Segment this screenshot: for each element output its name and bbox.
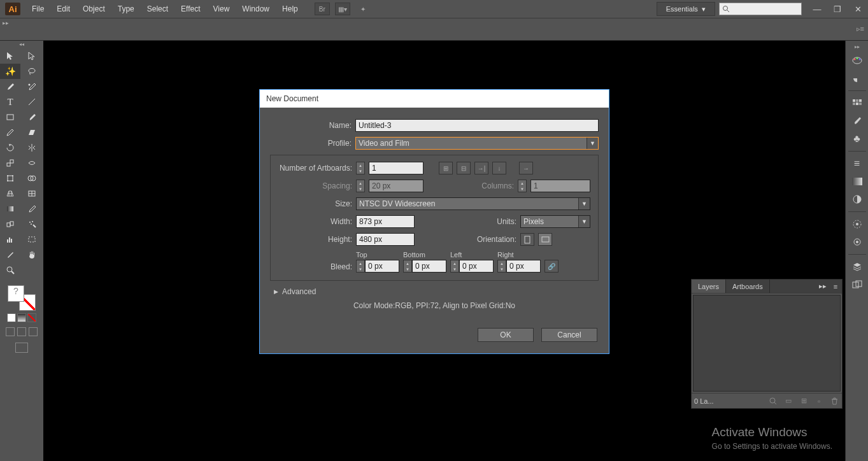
symbols-panel-icon[interactable]: ♣ xyxy=(848,131,866,147)
width-tool-icon[interactable] xyxy=(22,155,42,171)
stroke-panel-icon[interactable]: ≡ xyxy=(848,155,866,172)
bleed-bottom-stepper[interactable]: ▲▼ xyxy=(403,260,412,273)
graph-tool-icon[interactable] xyxy=(0,232,20,247)
lasso-tool-icon[interactable] xyxy=(22,64,42,79)
menu-file[interactable]: File xyxy=(25,0,50,18)
symbol-sprayer-tool-icon[interactable] xyxy=(22,216,42,232)
artboard-tool-icon[interactable] xyxy=(22,232,42,247)
landscape-icon[interactable] xyxy=(538,233,552,246)
new-sublayer-icon[interactable]: ⊞ xyxy=(799,396,809,406)
bleed-top-stepper[interactable]: ▲▼ xyxy=(356,260,365,273)
menu-effect[interactable]: Effect xyxy=(174,0,206,18)
link-bleed-icon[interactable]: 🔗 xyxy=(544,260,559,273)
menu-help[interactable]: Help xyxy=(276,0,304,18)
screen-mode-3-icon[interactable] xyxy=(29,327,38,336)
grid-by-row-icon[interactable]: ⊞ xyxy=(439,162,453,174)
rtl-icon[interactable]: → xyxy=(519,162,533,174)
rectangle-tool-icon[interactable] xyxy=(0,110,20,125)
pen-tool-icon[interactable] xyxy=(0,79,20,94)
mesh-tool-icon[interactable] xyxy=(22,186,42,201)
portrait-icon[interactable] xyxy=(520,233,534,246)
panel-expand-icon[interactable]: ▸▸ xyxy=(816,280,829,293)
magic-wand-tool-icon[interactable]: ✨ xyxy=(0,64,20,79)
width-input[interactable] xyxy=(356,215,415,228)
bleed-left-stepper[interactable]: ▲▼ xyxy=(450,260,459,273)
menu-type[interactable]: Type xyxy=(111,0,141,18)
units-select[interactable]: Pixels▼ xyxy=(520,215,590,228)
height-input[interactable] xyxy=(356,233,415,246)
artboards-input[interactable] xyxy=(369,162,423,174)
arrange-col-icon[interactable]: ↓ xyxy=(492,162,506,174)
blend-tool-icon[interactable] xyxy=(0,216,20,232)
type-tool-icon[interactable]: T xyxy=(0,94,20,110)
pencil-tool-icon[interactable] xyxy=(0,125,20,140)
screen-mode-2-icon[interactable] xyxy=(17,327,26,336)
arrange-docs-icon[interactable]: ▦▾ xyxy=(335,3,350,15)
artboards-stepper[interactable]: ▲▼ xyxy=(356,162,365,174)
menu-view[interactable]: View xyxy=(207,0,236,18)
bleed-right-input[interactable] xyxy=(506,260,541,273)
close-icon[interactable]: ✕ xyxy=(850,3,865,15)
shape-builder-tool-icon[interactable] xyxy=(22,171,42,186)
hand-tool-icon[interactable] xyxy=(22,247,42,262)
slice-tool-icon[interactable] xyxy=(0,247,20,262)
gradient-mode-icon[interactable] xyxy=(17,313,26,322)
reflect-tool-icon[interactable] xyxy=(22,140,42,155)
collapse-left-icon[interactable]: ▸▸ xyxy=(3,20,9,26)
minimize-icon[interactable]: — xyxy=(809,3,825,15)
cancel-button[interactable]: Cancel xyxy=(541,328,597,342)
color-panel-icon[interactable] xyxy=(848,52,866,69)
search-input[interactable] xyxy=(719,3,802,15)
new-layer-icon[interactable]: ▫ xyxy=(814,396,824,406)
bleed-right-stepper[interactable]: ▲▼ xyxy=(497,260,506,273)
layers-panel-icon[interactable] xyxy=(848,259,866,275)
restore-icon[interactable]: ❐ xyxy=(830,3,845,15)
tab-artboards[interactable]: Artboards xyxy=(726,280,770,293)
tools-collapse-icon[interactable]: ◂◂ xyxy=(0,41,43,48)
panel-menu-icon[interactable]: ≡ xyxy=(829,280,842,293)
delete-layer-icon[interactable] xyxy=(829,396,839,406)
menu-object[interactable]: Object xyxy=(76,0,111,18)
menu-window[interactable]: Window xyxy=(236,0,276,18)
line-tool-icon[interactable] xyxy=(22,94,42,110)
perspective-tool-icon[interactable] xyxy=(0,186,20,201)
bleed-top-input[interactable] xyxy=(365,260,399,273)
tab-layers[interactable]: Layers xyxy=(692,280,726,293)
locate-layer-icon[interactable] xyxy=(768,396,778,406)
workspace-switcher[interactable]: Essentials ▾ xyxy=(657,2,715,16)
view-mode-icon[interactable] xyxy=(15,343,28,353)
size-select[interactable]: NTSC DV Widescreen▼ xyxy=(356,197,590,210)
gradient-panel-icon[interactable] xyxy=(848,173,866,190)
fill-stroke-swatch[interactable]: ? xyxy=(8,285,36,311)
rotate-tool-icon[interactable] xyxy=(0,140,20,155)
eyedropper-tool-icon[interactable] xyxy=(22,201,42,216)
collapse-right-icon[interactable]: ▹≡ xyxy=(857,25,864,33)
paintbrush-tool-icon[interactable] xyxy=(22,110,42,125)
bridge-icon[interactable]: Br xyxy=(315,3,330,15)
curvature-tool-icon[interactable] xyxy=(22,79,42,94)
swatches-panel-icon[interactable] xyxy=(848,95,866,111)
advanced-toggle[interactable]: ▶Advanced xyxy=(274,287,599,296)
arrange-row-icon[interactable]: →| xyxy=(474,162,488,174)
color-mode-icon[interactable] xyxy=(7,313,16,322)
selection-tool-icon[interactable] xyxy=(0,48,20,64)
name-input[interactable] xyxy=(355,119,599,132)
grid-by-col-icon[interactable]: ⊟ xyxy=(457,162,471,174)
bleed-bottom-input[interactable] xyxy=(412,260,446,273)
ok-button[interactable]: OK xyxy=(478,328,534,342)
profile-select[interactable]: Video and Film▼ xyxy=(355,137,599,150)
screen-mode-icon[interactable] xyxy=(6,327,15,336)
bleed-left-input[interactable] xyxy=(459,260,494,273)
eraser-tool-icon[interactable] xyxy=(22,125,42,140)
gpu-icon[interactable]: ✦ xyxy=(355,3,371,15)
menu-select[interactable]: Select xyxy=(141,0,174,18)
dock-collapse-icon[interactable]: ▸▸ xyxy=(846,43,868,51)
appearance-panel-icon[interactable] xyxy=(848,216,866,232)
color-guide-panel-icon[interactable] xyxy=(848,70,866,87)
menu-edit[interactable]: Edit xyxy=(50,0,76,18)
none-mode-icon[interactable] xyxy=(27,313,36,322)
direct-selection-tool-icon[interactable] xyxy=(22,48,42,64)
transparency-panel-icon[interactable] xyxy=(848,191,866,208)
make-clipping-icon[interactable]: ▭ xyxy=(783,396,793,406)
artboards-panel-icon[interactable] xyxy=(848,276,866,293)
